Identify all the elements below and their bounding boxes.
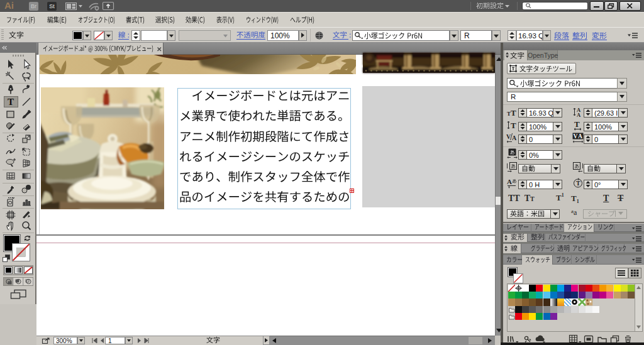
svg-text:T: T: [574, 119, 580, 129]
svg-text:T: T: [576, 180, 580, 187]
svg-text:A: A: [578, 133, 582, 140]
svg-text:T: T: [511, 121, 516, 130]
svg-text:V: V: [574, 133, 578, 140]
svg-text:A: A: [512, 134, 517, 141]
svg-text:A: A: [577, 112, 581, 118]
svg-text:A: A: [507, 178, 512, 185]
